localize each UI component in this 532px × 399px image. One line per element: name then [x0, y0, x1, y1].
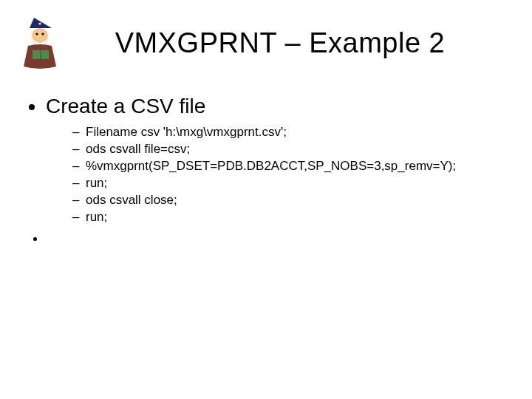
slide: VMXGPRNT – Example 2 Create a CSV file F… [0, 0, 532, 399]
code-line: ods csvall close; [72, 192, 507, 209]
code-line: %vmxgprnt(SP_DSET=PDB.DB2ACCT,SP_NOBS=3,… [72, 158, 507, 175]
svg-point-2 [44, 21, 45, 22]
svg-point-3 [32, 28, 48, 43]
code-line-text: %vmxgprnt(SP_DSET=PDB.DB2ACCT,SP_NOBS=3,… [86, 159, 456, 173]
code-line: ods csvall file=csv; [72, 141, 507, 158]
svg-point-1 [39, 23, 41, 25]
bullet-main-text: Create a CSV file [46, 95, 205, 117]
bullet-empty [46, 231, 507, 246]
wizard-clipart-icon [13, 13, 72, 72]
code-line-text: Filename csv 'h:\mxg\vmxgprnt.csv'; [86, 125, 287, 139]
bullet-list-level1: Create a CSV file Filename csv 'h:\mxg\v… [25, 95, 507, 246]
slide-title: VMXGPRNT – Example 2 [72, 27, 532, 59]
code-line-text: ods csvall file=csv; [86, 142, 190, 156]
slide-body: Create a CSV file Filename csv 'h:\mxg\v… [25, 95, 507, 250]
code-line: run; [72, 175, 507, 192]
bullet-list-level2: Filename csv 'h:\mxg\vmxgprnt.csv'; ods … [46, 124, 507, 226]
bullet-main: Create a CSV file Filename csv 'h:\mxg\v… [46, 95, 507, 226]
code-line-text: run; [86, 210, 107, 224]
code-line-text: run; [86, 176, 107, 190]
code-line: Filename csv 'h:\mxg\vmxgprnt.csv'; [72, 124, 507, 141]
title-row: VMXGPRNT – Example 2 [0, 13, 532, 72]
svg-point-4 [35, 33, 38, 35]
code-line-text: ods csvall close; [86, 193, 177, 207]
code-line: run; [72, 209, 507, 226]
svg-point-5 [41, 33, 44, 35]
